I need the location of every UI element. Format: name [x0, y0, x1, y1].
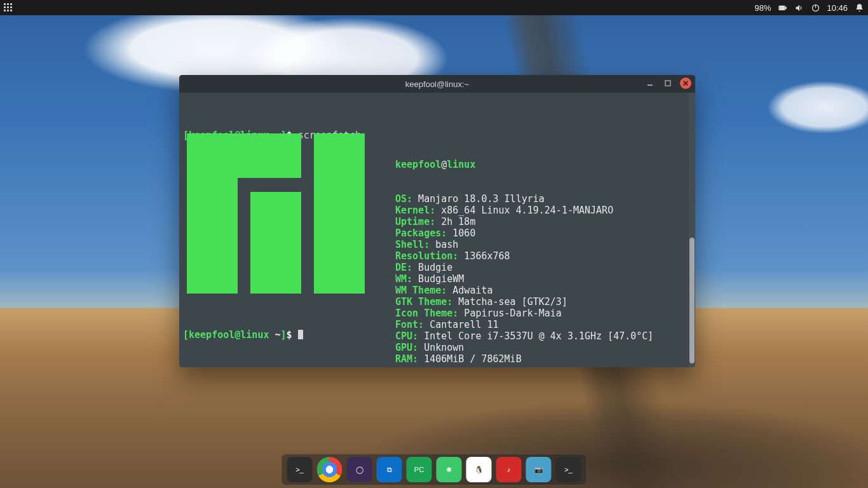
info-row: Font: Cantarell 11	[395, 319, 685, 330]
info-value: Papirus-Dark-Maia	[458, 308, 562, 319]
dock-item-wechat[interactable]: ✱	[437, 457, 462, 482]
info-value: Cantarell 11	[424, 319, 498, 330]
info-value: x86_64 Linux 4.19.24-1-MANJARO	[435, 205, 613, 216]
battery-icon[interactable]	[777, 3, 787, 13]
close-button[interactable]	[680, 78, 691, 89]
info-value: Budgie	[412, 262, 452, 273]
info-value: Adwaita	[447, 285, 492, 296]
info-row: GTK Theme: Matcha-sea [GTK2/3]	[395, 296, 685, 308]
minimize-button[interactable]	[644, 78, 656, 89]
terminal-window[interactable]: keepfool@linux:~ [keepfool@linux ~]$ scr…	[179, 75, 695, 367]
info-key: GPU:	[395, 342, 418, 353]
apps-menu-icon[interactable]	[4, 3, 13, 12]
info-row: Packages: 1060	[395, 227, 685, 239]
info-value: Unknown	[418, 342, 464, 353]
info-key: Font:	[395, 319, 424, 330]
info-key: WM Theme:	[395, 285, 447, 296]
info-key: Icon Theme:	[395, 308, 458, 319]
info-key: RAM:	[395, 353, 418, 365]
info-key: GTK Theme:	[395, 296, 452, 308]
terminal-body[interactable]: [keepfool@linux ~]$ screenfetch keepfool…	[179, 93, 695, 367]
info-value: Intel Core i7-3537U @ 4x 3.1GHz [47.0°C]	[418, 330, 653, 342]
info-value: 868x488	[458, 250, 510, 262]
dock-item-eclipse[interactable]: ◯	[347, 457, 372, 482]
dock-item-netease-music[interactable]: ♪	[496, 457, 522, 482]
scrollbar[interactable]	[689, 93, 695, 367]
info-key: Resolution:	[395, 250, 458, 262]
maximize-button[interactable]	[662, 78, 674, 89]
info-row: GPU: Unknown	[395, 342, 685, 353]
dock-item-qq[interactable]: 🐧	[466, 457, 492, 482]
notifications-icon[interactable]	[854, 3, 864, 13]
info-key: OS:	[395, 193, 412, 205]
dock-item-terminal[interactable]: >_	[287, 457, 313, 482]
prompt-line-2: [keepfool@linux ~]$	[183, 329, 303, 341]
battery-percentage: 98%	[754, 3, 771, 13]
dock-item-chrome[interactable]	[317, 457, 342, 482]
power-icon[interactable]	[810, 3, 820, 13]
info-row: RAM: 1406MiB / 7862MiB	[395, 353, 685, 365]
info-value: bash	[430, 239, 458, 250]
info-value: 1060	[447, 227, 475, 239]
info-key: Packages:	[395, 227, 447, 239]
info-value: BudgieWM	[412, 273, 464, 285]
info-row: OS: Manjaro 18.0.3 Illyria	[395, 193, 685, 205]
info-row: WM: BudgieWM	[395, 273, 685, 285]
info-value: Matcha-sea [GTK2/3]	[452, 296, 567, 308]
info-value: 2h 18m	[435, 216, 475, 227]
svg-rect-2	[780, 6, 784, 9]
cursor	[298, 330, 303, 339]
info-row: Uptime: 2h 18m	[395, 216, 685, 227]
info-value: Manjaro 18.0.3 Illyria	[412, 193, 545, 205]
info-row: DE: Budgie	[395, 262, 685, 273]
info-key: CPU:	[395, 330, 418, 342]
window-title: keepfool@linux:~	[184, 79, 690, 89]
info-key: DE:	[395, 262, 412, 273]
dock: >_◯⧉PC✱🐧♪📷>_	[281, 454, 587, 485]
info-key: WM:	[395, 273, 412, 285]
dock-item-screenshot[interactable]: 📷	[526, 457, 552, 482]
info-key: Kernel:	[395, 205, 435, 216]
dock-item-pycharm[interactable]: PC	[407, 457, 432, 482]
titlebar[interactable]: keepfool@linux:~	[179, 75, 695, 93]
screenfetch-output: keepfool@linux OS: Manjaro 18.0.3 Illyri…	[395, 136, 685, 367]
info-row: Icon Theme: Papirus-Dark-Maia	[395, 308, 685, 319]
dock-item-vscode[interactable]: ⧉	[377, 457, 402, 482]
volume-icon[interactable]	[794, 3, 804, 13]
scrollbar-thumb[interactable]	[689, 238, 695, 363]
info-row: Resolution: 868x488	[395, 250, 685, 262]
info-row: Kernel: x86_64 Linux 4.19.24-1-MANJARO	[395, 205, 685, 216]
clock[interactable]: 10:46	[827, 3, 848, 13]
dock-item-terminal-2[interactable]: >_	[556, 457, 581, 482]
svg-rect-6	[665, 81, 670, 86]
info-row: Shell: bash	[395, 239, 685, 250]
info-key: Uptime:	[395, 216, 435, 227]
distro-logo	[187, 133, 365, 294]
info-value: 1406MiB / 7862MiB	[418, 353, 522, 365]
user-host-line: keepfool@linux	[395, 159, 685, 170]
info-row: CPU: Intel Core i7-3537U @ 4x 3.1GHz [47…	[395, 330, 685, 342]
top-panel: 98% 10:46	[0, 0, 868, 15]
info-key: Shell:	[395, 239, 430, 250]
info-row: WM Theme: Adwaita	[395, 285, 685, 296]
svg-rect-1	[785, 7, 786, 9]
